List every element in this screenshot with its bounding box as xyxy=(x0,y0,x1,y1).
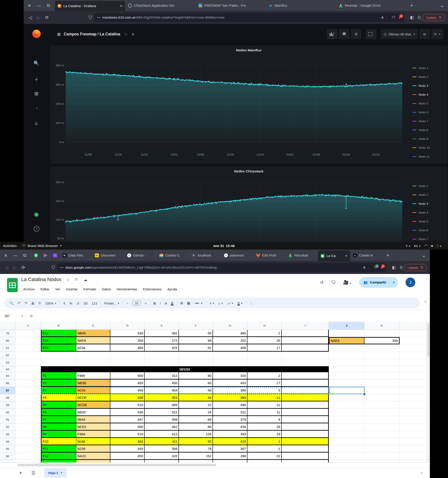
legend-item-nodo-11[interactable]: Nodo 11 xyxy=(411,152,446,161)
close-tab-icon[interactable]: ✕ xyxy=(344,254,348,258)
column-header-C[interactable]: C xyxy=(76,322,110,330)
avatar[interactable]: J xyxy=(405,277,415,287)
share-dashboard-icon[interactable]: ⋔ xyxy=(131,32,134,36)
cell-F94[interactable]: 52 xyxy=(179,438,213,445)
cell[interactable] xyxy=(364,409,399,416)
cell[interactable] xyxy=(213,352,247,359)
clock[interactable]: ene 31 15:46 xyxy=(0,244,448,248)
legend-item-nodo-5[interactable]: Nodo 5 xyxy=(411,217,446,226)
cell-F88[interactable]: 44 xyxy=(179,394,213,402)
cell-D[interactable] xyxy=(110,460,145,463)
column-header-I[interactable]: I xyxy=(282,322,329,330)
menu-ver[interactable]: Ver xyxy=(53,286,63,293)
panel-title[interactable]: Nodos Chirpstack xyxy=(51,169,447,173)
cell-B87[interactable]: F3 xyxy=(41,387,76,394)
cell-I86[interactable] xyxy=(282,379,329,387)
cell[interactable] xyxy=(399,416,427,423)
text-color-icon[interactable]: A xyxy=(169,301,175,305)
cell-C90[interactable]: NB3C xyxy=(76,409,110,416)
cell-H81[interactable]: 17 xyxy=(247,344,282,352)
cell-C81[interactable]: N234 xyxy=(76,344,110,352)
cell[interactable] xyxy=(329,344,364,352)
menu-ayuda[interactable]: Ayuda xyxy=(165,286,179,293)
legend-item-nodo-10[interactable]: Nodo 10 xyxy=(411,143,446,152)
increase-decimals-icon[interactable]: .00 xyxy=(81,302,90,305)
chart-plot[interactable] xyxy=(66,182,402,242)
cell-I85[interactable] xyxy=(282,372,329,379)
cell-C[interactable] xyxy=(76,460,110,463)
legend-item-nodo-7[interactable]: Nodo 7 xyxy=(411,235,446,242)
keyboard-layout[interactable]: es ▼ xyxy=(414,244,421,248)
cell[interactable] xyxy=(364,438,399,445)
tab-mainflux[interactable]: WMainflux xyxy=(266,0,336,11)
cell[interactable] xyxy=(364,445,399,453)
cell[interactable] xyxy=(15,402,41,409)
close-window-icon[interactable]: ✕ xyxy=(28,3,31,8)
column-header-J[interactable]: J xyxy=(329,322,364,330)
column-header-K[interactable]: K xyxy=(364,322,399,330)
cell-B79[interactable]: F14 xyxy=(41,330,76,337)
cell-C80[interactable]: NAFA xyxy=(76,337,110,344)
row-header-94[interactable]: 94 xyxy=(0,438,15,445)
cell[interactable] xyxy=(329,416,364,423)
cell-E81[interactable]: 425 xyxy=(145,344,179,352)
menu-datos[interactable]: Datos xyxy=(99,286,113,293)
cell[interactable] xyxy=(364,460,399,463)
menu-extensiones[interactable]: Extensiones xyxy=(141,286,164,293)
cell[interactable] xyxy=(329,402,364,409)
cell[interactable] xyxy=(399,460,427,463)
tab-freomap-san-pablo-fre[interactable]: fmFREOMAP San Pablo - Fre xyxy=(196,0,266,11)
tab-documen[interactable]: B!Documen xyxy=(92,250,124,261)
cell-E92[interactable]: 462 xyxy=(145,423,179,431)
cell[interactable] xyxy=(399,431,427,438)
menu-icon[interactable]: ☰ xyxy=(439,15,442,19)
cell-G91[interactable]: 379 xyxy=(213,416,247,423)
cell-G92[interactable]: 434 xyxy=(213,423,247,431)
cell-D95[interactable]: 445 xyxy=(110,445,145,453)
cell-D92[interactable]: 500 xyxy=(110,423,145,431)
cell-H86[interactable]: 17 xyxy=(247,379,282,387)
row-header-87[interactable]: 87 xyxy=(0,387,15,394)
update-button[interactable]: Update☰ xyxy=(405,264,426,271)
tab-pokemon[interactable]: ◖pokemon xyxy=(221,250,253,261)
dashboard-settings-button[interactable]: ⚙ xyxy=(351,29,361,39)
column-header-H[interactable]: H xyxy=(247,322,282,330)
borders-icon[interactable]: ▦ xyxy=(185,301,192,305)
cell[interactable] xyxy=(282,359,329,366)
share-icon[interactable]: ⋔ xyxy=(381,15,384,19)
cell[interactable] xyxy=(399,445,427,453)
cell[interactable] xyxy=(364,453,399,460)
cell[interactable] xyxy=(329,460,364,463)
cell[interactable] xyxy=(145,352,179,359)
cell[interactable] xyxy=(329,445,364,453)
close-tab-icon[interactable]: ✕ xyxy=(119,4,123,8)
cell-J80[interactable]: NAEA xyxy=(329,337,364,344)
cell-C88[interactable]: NCDF xyxy=(76,394,110,402)
cell[interactable] xyxy=(15,372,41,379)
cell[interactable] xyxy=(399,402,427,409)
format-select[interactable]: Predet... ▼ xyxy=(102,302,122,305)
cell[interactable] xyxy=(179,352,213,359)
cell-H85[interactable]: 2 xyxy=(247,372,282,379)
row-header-92[interactable]: 92 xyxy=(0,423,15,431)
fill-handle[interactable] xyxy=(363,393,366,396)
cell[interactable] xyxy=(399,409,427,416)
cell[interactable] xyxy=(110,352,145,359)
forward-icon[interactable]: ▷ xyxy=(37,15,40,20)
tab-resultad[interactable]: Resultad xyxy=(286,250,318,261)
active-cell-J87[interactable] xyxy=(329,387,364,394)
cell-H91[interactable]: 9 xyxy=(247,416,282,423)
column-header-G[interactable]: G xyxy=(213,322,247,330)
cell[interactable] xyxy=(399,344,427,352)
cell-G96[interactable]: 298 xyxy=(213,453,247,460)
wallet-icon[interactable]: ⎗ xyxy=(418,15,421,20)
cell[interactable] xyxy=(15,460,41,463)
cell[interactable] xyxy=(329,352,364,359)
tab-edit-profi[interactable]: Edit Profi xyxy=(253,250,286,261)
cell[interactable] xyxy=(15,344,41,352)
cell-B96[interactable]: F12 xyxy=(41,453,76,460)
cell[interactable] xyxy=(329,359,364,366)
cell-D94[interactable]: 462 xyxy=(110,438,145,445)
reload-icon[interactable]: ⟳ xyxy=(21,265,25,270)
cell-D93[interactable]: 519 xyxy=(110,431,145,438)
